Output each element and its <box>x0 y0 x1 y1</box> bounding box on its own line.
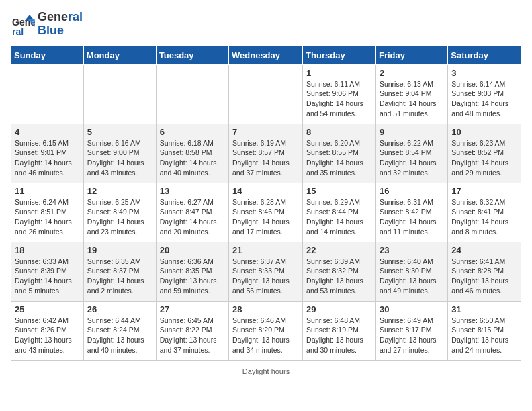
calendar-cell: 27Sunrise: 6:45 AM Sunset: 8:22 PM Dayli… <box>156 301 228 360</box>
day-number: 31 <box>451 304 517 314</box>
calendar-cell: 18Sunrise: 6:33 AM Sunset: 8:39 PM Dayli… <box>11 242 84 301</box>
week-row-2: 4Sunrise: 6:15 AM Sunset: 9:01 PM Daylig… <box>11 124 521 183</box>
calendar-cell: 25Sunrise: 6:42 AM Sunset: 8:26 PM Dayli… <box>11 301 84 360</box>
calendar-cell: 11Sunrise: 6:24 AM Sunset: 8:51 PM Dayli… <box>11 183 84 242</box>
day-number: 1 <box>306 68 372 78</box>
day-number: 8 <box>306 127 372 137</box>
calendar-cell: 29Sunrise: 6:48 AM Sunset: 8:19 PM Dayli… <box>303 301 376 360</box>
day-number: 9 <box>380 127 444 137</box>
day-info: Sunrise: 6:23 AM Sunset: 8:52 PM Dayligh… <box>451 138 517 178</box>
calendar-cell <box>156 64 228 124</box>
calendar-cell: 9Sunrise: 6:22 AM Sunset: 8:54 PM Daylig… <box>375 124 447 183</box>
week-row-4: 18Sunrise: 6:33 AM Sunset: 8:39 PM Dayli… <box>11 242 521 301</box>
week-row-1: 1Sunrise: 6:11 AM Sunset: 9:06 PM Daylig… <box>11 64 521 124</box>
calendar-cell: 12Sunrise: 6:25 AM Sunset: 8:49 PM Dayli… <box>83 183 156 242</box>
day-info: Sunrise: 6:33 AM Sunset: 8:39 PM Dayligh… <box>15 257 80 296</box>
day-number: 18 <box>15 245 80 255</box>
day-info: Sunrise: 6:36 AM Sunset: 8:35 PM Dayligh… <box>160 257 225 296</box>
calendar-cell: 20Sunrise: 6:36 AM Sunset: 8:35 PM Dayli… <box>156 242 228 301</box>
calendar-cell: 21Sunrise: 6:37 AM Sunset: 8:33 PM Dayli… <box>229 242 303 301</box>
day-info: Sunrise: 6:25 AM Sunset: 8:49 PM Dayligh… <box>87 197 152 237</box>
day-number: 11 <box>15 186 80 196</box>
day-info: Sunrise: 6:32 AM Sunset: 8:41 PM Dayligh… <box>451 197 517 237</box>
day-info: Sunrise: 6:18 AM Sunset: 8:58 PM Dayligh… <box>160 138 225 178</box>
calendar-cell: 4Sunrise: 6:15 AM Sunset: 9:01 PM Daylig… <box>11 124 84 183</box>
logo-text: General Blue <box>38 11 83 38</box>
day-info: Sunrise: 6:49 AM Sunset: 8:17 PM Dayligh… <box>380 316 444 355</box>
day-info: Sunrise: 6:31 AM Sunset: 8:42 PM Dayligh… <box>380 197 444 237</box>
day-info: Sunrise: 6:13 AM Sunset: 9:04 PM Dayligh… <box>380 79 444 119</box>
day-number: 20 <box>160 245 225 255</box>
calendar-cell: 14Sunrise: 6:28 AM Sunset: 8:46 PM Dayli… <box>229 183 303 242</box>
week-row-3: 11Sunrise: 6:24 AM Sunset: 8:51 PM Dayli… <box>11 183 521 242</box>
calendar-cell: 31Sunrise: 6:50 AM Sunset: 8:15 PM Dayli… <box>448 301 521 360</box>
calendar-table: Sunday Monday Tuesday Wednesday Thursday… <box>11 46 521 361</box>
header-monday: Monday <box>83 46 156 64</box>
day-info: Sunrise: 6:46 AM Sunset: 8:20 PM Dayligh… <box>232 316 299 355</box>
calendar-cell: 23Sunrise: 6:40 AM Sunset: 8:30 PM Dayli… <box>375 242 447 301</box>
day-info: Sunrise: 6:24 AM Sunset: 8:51 PM Dayligh… <box>15 197 80 237</box>
calendar-cell: 24Sunrise: 6:41 AM Sunset: 8:28 PM Dayli… <box>448 242 521 301</box>
calendar-cell: 3Sunrise: 6:14 AM Sunset: 9:03 PM Daylig… <box>448 64 521 124</box>
day-number: 26 <box>87 304 152 314</box>
day-number: 22 <box>306 245 372 255</box>
day-number: 4 <box>15 127 80 137</box>
day-number: 23 <box>380 245 444 255</box>
calendar-cell <box>229 64 303 124</box>
day-number: 25 <box>15 304 80 314</box>
day-number: 6 <box>160 127 225 137</box>
calendar-cell: 1Sunrise: 6:11 AM Sunset: 9:06 PM Daylig… <box>303 64 376 124</box>
day-number: 2 <box>380 68 444 78</box>
calendar-cell: 22Sunrise: 6:39 AM Sunset: 8:32 PM Dayli… <box>303 242 376 301</box>
day-info: Sunrise: 6:42 AM Sunset: 8:26 PM Dayligh… <box>15 316 80 355</box>
day-info: Sunrise: 6:28 AM Sunset: 8:46 PM Dayligh… <box>232 197 299 237</box>
calendar-cell: 30Sunrise: 6:49 AM Sunset: 8:17 PM Dayli… <box>375 301 447 360</box>
day-info: Sunrise: 6:19 AM Sunset: 8:57 PM Dayligh… <box>232 138 299 178</box>
day-number: 16 <box>380 186 444 196</box>
day-info: Sunrise: 6:39 AM Sunset: 8:32 PM Dayligh… <box>306 257 372 296</box>
day-number: 21 <box>232 245 299 255</box>
day-number: 19 <box>87 245 152 255</box>
day-number: 10 <box>451 127 517 137</box>
day-info: Sunrise: 6:11 AM Sunset: 9:06 PM Dayligh… <box>306 79 372 119</box>
calendar-header-row: Sunday Monday Tuesday Wednesday Thursday… <box>11 46 521 64</box>
day-info: Sunrise: 6:14 AM Sunset: 9:03 PM Dayligh… <box>451 79 517 119</box>
day-number: 28 <box>232 304 299 314</box>
day-number: 29 <box>306 304 372 314</box>
day-info: Sunrise: 6:20 AM Sunset: 8:55 PM Dayligh… <box>306 138 372 178</box>
header-wednesday: Wednesday <box>229 46 303 64</box>
calendar-cell: 16Sunrise: 6:31 AM Sunset: 8:42 PM Dayli… <box>375 183 447 242</box>
day-info: Sunrise: 6:35 AM Sunset: 8:37 PM Dayligh… <box>87 257 152 296</box>
day-info: Sunrise: 6:37 AM Sunset: 8:33 PM Dayligh… <box>232 257 299 296</box>
day-number: 27 <box>160 304 225 314</box>
calendar-cell: 10Sunrise: 6:23 AM Sunset: 8:52 PM Dayli… <box>448 124 521 183</box>
calendar-cell: 7Sunrise: 6:19 AM Sunset: 8:57 PM Daylig… <box>229 124 303 183</box>
calendar-cell: 19Sunrise: 6:35 AM Sunset: 8:37 PM Dayli… <box>83 242 156 301</box>
header-saturday: Saturday <box>448 46 521 64</box>
logo-icon: Gene ral <box>11 12 35 36</box>
header-sunday: Sunday <box>11 46 84 64</box>
calendar-cell: 17Sunrise: 6:32 AM Sunset: 8:41 PM Dayli… <box>448 183 521 242</box>
day-number: 12 <box>87 186 152 196</box>
calendar-cell: 28Sunrise: 6:46 AM Sunset: 8:20 PM Dayli… <box>229 301 303 360</box>
day-number: 15 <box>306 186 372 196</box>
day-info: Sunrise: 6:40 AM Sunset: 8:30 PM Dayligh… <box>380 257 444 296</box>
calendar-cell: 8Sunrise: 6:20 AM Sunset: 8:55 PM Daylig… <box>303 124 376 183</box>
day-info: Sunrise: 6:50 AM Sunset: 8:15 PM Dayligh… <box>451 316 517 355</box>
day-number: 5 <box>87 127 152 137</box>
day-info: Sunrise: 6:16 AM Sunset: 9:00 PM Dayligh… <box>87 138 152 178</box>
day-info: Sunrise: 6:22 AM Sunset: 8:54 PM Dayligh… <box>380 138 444 178</box>
day-number: 24 <box>451 245 517 255</box>
header-tuesday: Tuesday <box>156 46 228 64</box>
page-header: Gene ral General Blue <box>11 11 521 38</box>
day-number: 30 <box>380 304 444 314</box>
calendar-cell: 6Sunrise: 6:18 AM Sunset: 8:58 PM Daylig… <box>156 124 228 183</box>
day-number: 14 <box>232 186 299 196</box>
day-info: Sunrise: 6:44 AM Sunset: 8:24 PM Dayligh… <box>87 316 152 355</box>
calendar-cell <box>11 64 84 124</box>
day-number: 3 <box>451 68 517 78</box>
calendar-cell: 15Sunrise: 6:29 AM Sunset: 8:44 PM Dayli… <box>303 183 376 242</box>
calendar-cell: 5Sunrise: 6:16 AM Sunset: 9:00 PM Daylig… <box>83 124 156 183</box>
day-number: 17 <box>451 186 517 196</box>
calendar-cell: 2Sunrise: 6:13 AM Sunset: 9:04 PM Daylig… <box>375 64 447 124</box>
